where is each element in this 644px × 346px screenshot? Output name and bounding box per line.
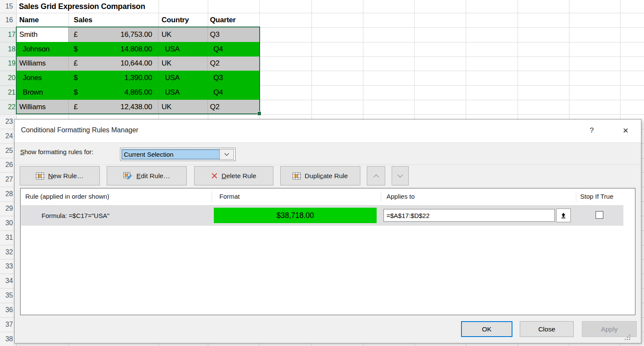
column-header-rule: Rule (applied in order shown) xyxy=(25,193,109,200)
edit-rule-button[interactable]: Edit Rule… xyxy=(107,166,187,185)
stop-if-true-checkbox[interactable] xyxy=(596,211,603,219)
cell-quarter[interactable]: Q4 xyxy=(208,42,260,57)
move-rule-up-button[interactable] xyxy=(367,166,385,185)
header-separator xyxy=(381,191,381,202)
cell-name[interactable]: Smith xyxy=(17,27,69,42)
cell-sales[interactable]: £12,438.00 xyxy=(69,100,159,114)
cell-quarter[interactable]: Q3 xyxy=(208,71,260,85)
move-rule-down-button[interactable] xyxy=(392,166,409,185)
rule-row[interactable]: Formula: =$C17="USA" $38,718.00 xyxy=(21,205,623,226)
sheet-row-17[interactable]: Smith £16,753.00 UK Q3 xyxy=(17,27,260,42)
cell-country[interactable]: UK xyxy=(159,100,208,114)
help-icon[interactable]: ? xyxy=(585,124,598,137)
chevron-up-icon xyxy=(373,174,379,178)
dialog-titlebar[interactable]: Conditional Formatting Rules Manager ? ✕ xyxy=(15,119,641,143)
cell-country[interactable]: USA xyxy=(159,71,208,85)
header-separator xyxy=(576,191,576,202)
row-number[interactable]: 21 xyxy=(0,85,15,100)
rules-list: Rule (applied in order shown) Format App… xyxy=(20,188,635,315)
header-quarter[interactable]: Quarter xyxy=(208,13,260,27)
cell-sales[interactable]: £16,753.00 xyxy=(69,27,159,42)
cell-sales[interactable]: $1,390.00 xyxy=(69,71,159,85)
collapse-dialog-icon xyxy=(560,212,566,219)
applies-to-input[interactable] xyxy=(383,209,555,222)
cell-name[interactable]: Jones xyxy=(17,71,69,85)
header-separator xyxy=(212,191,212,202)
header-country[interactable]: Country xyxy=(159,13,208,27)
sheet-row-19[interactable]: Williams £10,644.00 UK Q2 xyxy=(17,57,260,71)
dialog-title: Conditional Formatting Rules Manager xyxy=(21,126,138,134)
header-sales[interactable]: Sales xyxy=(69,13,159,27)
row-number[interactable]: 25 xyxy=(0,143,13,158)
row-number[interactable]: 22 xyxy=(0,100,15,114)
cell-name[interactable]: Williams xyxy=(17,57,69,71)
show-formatting-rules-label: Show formatting rules for: xyxy=(20,148,93,155)
row-number[interactable]: 33 xyxy=(0,259,13,274)
cell-sales[interactable]: $4,865.00 xyxy=(69,85,159,100)
cell-name[interactable]: Brown xyxy=(17,85,69,100)
cell-quarter[interactable]: Q3 xyxy=(208,27,260,42)
toolbar-separator xyxy=(15,164,641,165)
column-header-row: Name Sales Country Quarter xyxy=(17,13,260,27)
row-number[interactable]: 26 xyxy=(0,158,13,173)
dropdown-selected-value: Current Selection xyxy=(121,149,221,160)
sheet-row-22[interactable]: Williams £12,438.00 UK Q2 xyxy=(17,100,260,114)
row-number[interactable]: 15 xyxy=(0,0,13,13)
column-header-stop: Stop If True xyxy=(580,193,614,200)
row-number[interactable]: 23 xyxy=(0,114,13,129)
rule-format-preview[interactable]: $38,718.00 xyxy=(214,208,377,223)
sheet-row-21[interactable]: Brown $4,865.00 USA Q4 xyxy=(17,85,260,100)
row-number[interactable]: 17 xyxy=(0,27,15,42)
sheet-title-cell[interactable]: Sales Grid Expression Comparison xyxy=(19,0,145,13)
row-number[interactable]: 20 xyxy=(0,71,15,85)
close-button[interactable]: Close xyxy=(520,321,574,337)
row-number[interactable]: 29 xyxy=(0,201,13,216)
cell-quarter[interactable]: Q2 xyxy=(208,57,260,71)
range-picker-button[interactable] xyxy=(556,209,571,222)
cell-quarter[interactable]: Q2 xyxy=(208,100,260,114)
row-number[interactable]: 34 xyxy=(0,274,13,288)
row-number[interactable]: 36 xyxy=(0,303,13,317)
row-number[interactable]: 38 xyxy=(0,332,13,346)
chevron-down-icon xyxy=(224,153,229,156)
row-number[interactable]: 28 xyxy=(0,187,13,201)
sheet-row-18[interactable]: Johnson $14,808.00 USA Q4 xyxy=(17,42,260,57)
delete-x-icon xyxy=(211,173,218,179)
row-number[interactable]: 24 xyxy=(0,129,13,143)
cell-quarter[interactable]: Q4 xyxy=(208,85,260,100)
cell-country[interactable]: USA xyxy=(159,42,208,57)
cell-name[interactable]: Johnson xyxy=(17,42,69,57)
row-number[interactable]: 27 xyxy=(0,172,13,187)
cell-country[interactable]: UK xyxy=(159,27,208,42)
row-number[interactable]: 35 xyxy=(0,288,13,303)
delete-rule-button[interactable]: Delete Rule xyxy=(194,166,273,185)
resize-grip[interactable] xyxy=(624,334,631,340)
column-header-applies: Applies to xyxy=(386,193,415,200)
duplicate-rule-button[interactable]: Duplicate Rule xyxy=(280,166,360,185)
show-rules-for-dropdown[interactable]: Current Selection xyxy=(120,148,236,161)
row-number[interactable]: 37 xyxy=(0,317,13,332)
sheet-row-20[interactable]: Jones $1,390.00 USA Q3 xyxy=(17,71,260,85)
column-header-format: Format xyxy=(219,193,240,200)
chevron-down-icon xyxy=(397,174,403,178)
row-number[interactable]: 18 xyxy=(0,42,15,57)
edit-rule-icon xyxy=(123,172,132,179)
new-rule-grid-icon xyxy=(36,173,44,179)
dropdown-arrow-button[interactable] xyxy=(219,149,234,160)
ok-button[interactable]: OK xyxy=(461,321,512,337)
close-icon[interactable]: ✕ xyxy=(617,123,634,138)
cell-sales[interactable]: $14,808.00 xyxy=(69,42,159,57)
row-number[interactable]: 19 xyxy=(0,57,15,71)
gridline xyxy=(0,114,644,115)
cell-country[interactable]: USA xyxy=(159,85,208,100)
row-number[interactable]: 16 xyxy=(0,13,13,27)
row-number[interactable]: 30 xyxy=(0,216,13,230)
header-name[interactable]: Name xyxy=(17,13,69,27)
duplicate-rule-grid-icon xyxy=(293,173,301,179)
row-number[interactable]: 32 xyxy=(0,245,13,260)
new-rule-button[interactable]: New Rule… xyxy=(20,166,100,185)
row-number[interactable]: 31 xyxy=(0,230,13,245)
cell-sales[interactable]: £10,644.00 xyxy=(69,57,159,71)
cell-country[interactable]: UK xyxy=(159,57,208,71)
cell-name[interactable]: Williams xyxy=(17,100,69,114)
